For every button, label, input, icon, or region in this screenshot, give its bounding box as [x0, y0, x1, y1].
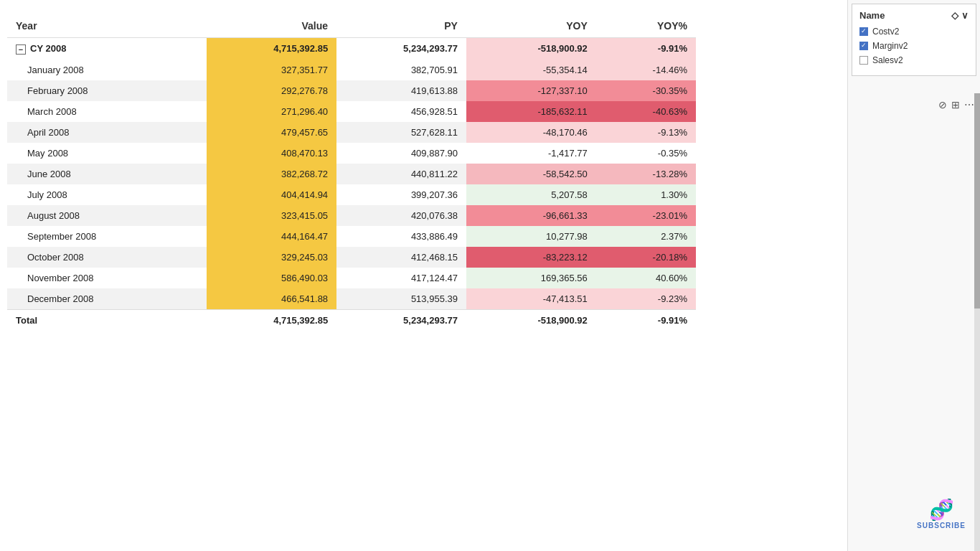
legend-item-marginv2[interactable]: Marginv2 [859, 41, 969, 51]
col-header-py[interactable]: PY [336, 14, 466, 38]
month-yoypct: -14.46% [596, 60, 696, 80]
costv2-label: Costv2 [872, 27, 899, 37]
col-header-year[interactable]: Year [7, 14, 207, 38]
month-value: 444,164.47 [207, 226, 336, 247]
month-yoy: -83,223.12 [466, 247, 596, 268]
table-row: June 2008 382,268.72 440,811.22 -58,542.… [7, 164, 696, 184]
month-yoypct: -30.35% [596, 80, 696, 101]
marginv2-label: Marginv2 [872, 41, 908, 51]
month-yoy: -48,170.46 [466, 122, 596, 143]
data-table: Year Value PY YOY YOY% −CY 2008 4,715,39… [7, 14, 696, 331]
chevron-down-icon[interactable]: ∨ [961, 10, 969, 21]
month-yoy: -1,417.77 [466, 143, 596, 164]
month-yoypct: 40.60% [596, 268, 696, 288]
table-area: Year Value PY YOY YOY% −CY 2008 4,715,39… [0, 0, 703, 551]
table-row: October 2008 329,245.03 412,468.15 -83,2… [7, 247, 696, 268]
more-options-icon[interactable]: ⋯ [964, 99, 974, 110]
month-py: 527,628.11 [336, 122, 466, 143]
year-group-yoypct: -9.91% [596, 38, 696, 60]
month-yoypct: -9.13% [596, 122, 696, 143]
costv2-checkbox[interactable] [859, 27, 868, 36]
table-row: January 2008 327,351.77 382,705.91 -55,3… [7, 60, 696, 80]
legend-header: Name ◇ ∨ [859, 10, 969, 21]
total-value: 4,715,392.85 [207, 309, 336, 331]
month-yoypct: -40.63% [596, 101, 696, 122]
month-value: 466,541.88 [207, 288, 336, 310]
month-value: 479,457.65 [207, 122, 336, 143]
year-group-label: −CY 2008 [7, 38, 207, 60]
month-py: 412,468.15 [336, 247, 466, 268]
table-row: May 2008 408,470.13 409,887.90 -1,417.77… [7, 143, 696, 164]
legend-toolbar: ⊘ ⊞ ⋯ [938, 99, 974, 110]
month-py: 399,207.36 [336, 184, 466, 205]
month-py: 513,955.39 [336, 288, 466, 310]
month-yoy: -55,354.14 [466, 60, 596, 80]
total-yoy: -518,900.92 [466, 309, 596, 331]
total-label: Total [7, 309, 207, 331]
col-header-value[interactable]: Value [207, 14, 336, 38]
month-value: 323,415.05 [207, 205, 336, 226]
month-label: November 2008 [7, 268, 207, 288]
month-py: 382,705.91 [336, 60, 466, 80]
month-py: 433,886.49 [336, 226, 466, 247]
col-header-yoypct[interactable]: YOY% [596, 14, 696, 38]
filter-icon[interactable]: ⊘ [938, 99, 947, 110]
month-label: April 2008 [7, 122, 207, 143]
month-label: January 2008 [7, 60, 207, 80]
right-panel: Name ◇ ∨ Costv2 Marginv2 Salesv2 ⊘ ⊞ ⋯ 🧬 [847, 0, 980, 551]
eraser-icon[interactable]: ◇ [951, 10, 958, 21]
month-yoypct: -13.28% [596, 164, 696, 184]
month-yoy: 5,207.58 [466, 184, 596, 205]
legend-box: Name ◇ ∨ Costv2 Marginv2 Salesv2 [852, 4, 976, 76]
year-group-py: 5,234,293.77 [336, 38, 466, 60]
expand-icon[interactable]: ⊞ [951, 99, 960, 110]
scrollbar[interactable] [974, 93, 980, 551]
table-row: March 2008 271,296.40 456,928.51 -185,63… [7, 101, 696, 122]
month-py: 420,076.38 [336, 205, 466, 226]
month-py: 456,928.51 [336, 101, 466, 122]
month-py: 417,124.47 [336, 268, 466, 288]
table-row: April 2008 479,457.65 527,628.11 -48,170… [7, 122, 696, 143]
table-row: February 2008 292,276.78 419,613.88 -127… [7, 80, 696, 101]
marginv2-checkbox[interactable] [859, 42, 868, 50]
table-header-row: Year Value PY YOY YOY% [7, 14, 696, 38]
legend-item-costv2[interactable]: Costv2 [859, 27, 969, 37]
month-yoypct: 2.37% [596, 226, 696, 247]
month-label: December 2008 [7, 288, 207, 310]
total-py: 5,234,293.77 [336, 309, 466, 331]
year-group-row[interactable]: −CY 2008 4,715,392.85 5,234,293.77 -518,… [7, 38, 696, 60]
month-value: 586,490.03 [207, 268, 336, 288]
table-row: July 2008 404,414.94 399,207.36 5,207.58… [7, 184, 696, 205]
month-label: August 2008 [7, 205, 207, 226]
total-yoypct: -9.91% [596, 309, 696, 331]
month-py: 419,613.88 [336, 80, 466, 101]
month-value: 408,470.13 [207, 143, 336, 164]
month-value: 292,276.78 [207, 80, 336, 101]
salesv2-label: Salesv2 [872, 55, 903, 65]
month-py: 409,887.90 [336, 143, 466, 164]
month-yoy: -58,542.50 [466, 164, 596, 184]
month-label: May 2008 [7, 143, 207, 164]
month-value: 382,268.72 [207, 164, 336, 184]
month-label: September 2008 [7, 226, 207, 247]
month-yoypct: -0.35% [596, 143, 696, 164]
table-row: December 2008 466,541.88 513,955.39 -47,… [7, 288, 696, 310]
scrollbar-thumb[interactable] [974, 93, 980, 309]
month-label: October 2008 [7, 247, 207, 268]
legend-title: Name [859, 10, 885, 21]
month-label: June 2008 [7, 164, 207, 184]
month-yoypct: 1.30% [596, 184, 696, 205]
month-value: 271,296.40 [207, 101, 336, 122]
year-group-value: 4,715,392.85 [207, 38, 336, 60]
table-row: September 2008 444,164.47 433,886.49 10,… [7, 226, 696, 247]
col-header-yoy[interactable]: YOY [466, 14, 596, 38]
subscribe-icon: 🧬 [929, 498, 954, 522]
legend-item-salesv2[interactable]: Salesv2 [859, 55, 969, 65]
month-label: July 2008 [7, 184, 207, 205]
month-py: 440,811.22 [336, 164, 466, 184]
collapse-icon[interactable]: − [16, 44, 26, 55]
table-row: August 2008 323,415.05 420,076.38 -96,66… [7, 205, 696, 226]
month-yoy: -47,413.51 [466, 288, 596, 310]
salesv2-checkbox[interactable] [859, 56, 868, 65]
month-yoy: 169,365.56 [466, 268, 596, 288]
